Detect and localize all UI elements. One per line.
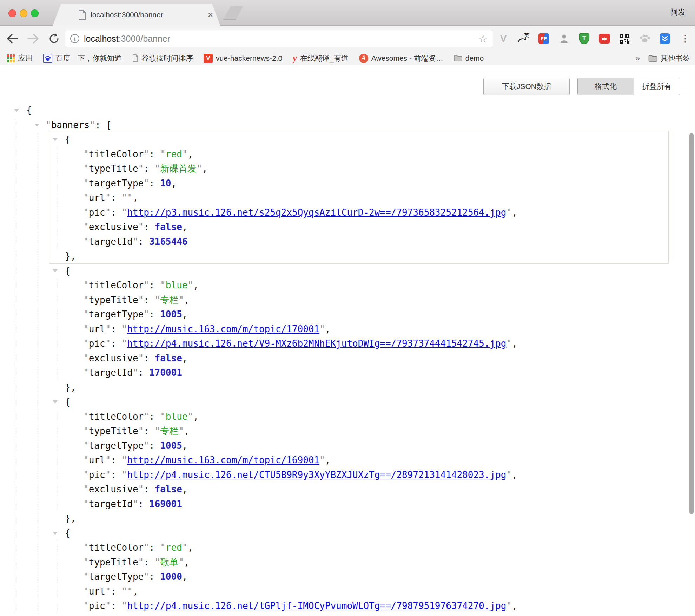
json-property-row: "typeTitle": "专栏", [0,293,695,308]
json-url-link[interactable]: http://music.163.com/m/topic/170001 [127,324,319,334]
json-property-row: "url": "", [0,191,695,205]
bookmark-youdao-translate[interactable]: y 在线翻译_有道 [293,53,349,63]
json-property-row: "targetId": 170001 [0,366,695,380]
fe-extension-icon[interactable]: FE [537,32,551,46]
json-property-row: "exclusive": false, [0,482,695,497]
quote-mark: " [144,440,149,451]
page-info-icon[interactable]: i [70,34,79,43]
quote-mark: " [138,353,144,363]
shield-extension-icon[interactable]: T [577,32,591,46]
download-json-button[interactable]: 下载JSON数据 [483,78,570,95]
quote-mark: " [319,455,325,465]
json-object-open: { [0,264,695,278]
browser-tab[interactable]: localhost:3000/banner × [53,4,220,26]
tab-title: localhost:3000/banner [91,11,196,19]
bookmarks-overflow-icon[interactable]: » [635,53,640,63]
zoom-window-button[interactable] [31,9,39,17]
quote-mark: " [138,163,144,174]
collapse-triangle-icon[interactable] [53,138,58,141]
paw-extension-icon[interactable] [638,32,652,46]
baidu-paw-icon [43,54,52,63]
extension-icons-row: V 英 FE T ▶▶ ⋮ [496,26,692,52]
qr-code-extension-icon[interactable] [617,32,631,46]
json-url-link[interactable]: http://p4.music.126.net/V9-MXz6b2MNhEKju… [127,338,506,349]
json-url-link[interactable]: http://p4.music.126.net/tGPljf-IMOCyPvum… [127,601,506,611]
json-url-link[interactable]: http://p3.music.126.net/s25q2x5QyqsAzilC… [127,207,506,218]
browser-menu-icon[interactable]: ⋮ [678,32,692,46]
close-brace: }, [65,251,76,261]
json-property-row: "targetId": 169001 [0,497,695,512]
comma: , [182,484,188,494]
json-boolean-value: false [155,484,182,494]
open-brace: { [65,528,71,538]
quote-mark: " [83,557,89,568]
collapse-triangle-icon[interactable] [53,269,58,273]
quote-mark: " [506,338,512,349]
json-url-link[interactable]: http://music.163.com/m/topic/169001 [127,455,319,465]
json-key: url [89,455,105,465]
bookmark-star-icon[interactable]: ☆ [478,33,488,45]
bookmark-apps[interactable]: 应用 [7,53,33,63]
vue-devtools-extension-icon[interactable]: V [496,32,510,46]
json-key: banners [51,120,90,130]
sitemap-person-extension-icon[interactable] [557,32,571,46]
other-bookmarks-folder[interactable]: 其他书签 [648,53,690,63]
address-bar[interactable]: i localhost:3000/banner ☆ [65,30,493,47]
json-url-link[interactable]: http://p4.music.126.net/CTU5B9R9y3XyYBZX… [127,470,506,480]
colon: : [149,178,160,189]
close-brace: }, [65,382,76,393]
json-string-value: 新碟首发 [160,163,197,174]
json-string-value: 歌单 [160,557,178,568]
quote-mark: " [155,426,160,436]
bookmark-demo-folder[interactable]: demo [454,54,484,63]
json-key: targetId [89,236,133,247]
translate-extension-icon[interactable]: 英 [517,32,531,46]
json-property-row: "pic": "http://p4.music.126.net/CTU5B9R9… [0,468,695,483]
quote-mark: " [90,120,95,130]
open-brace: { [65,397,71,407]
close-window-button[interactable] [8,9,16,17]
colon: : [111,324,121,334]
quote-mark: " [155,295,160,305]
minimize-window-button[interactable] [20,9,27,17]
tab-close-icon[interactable]: × [208,10,213,19]
collapse-all-button[interactable]: 折叠所有 [634,78,680,95]
json-number-value: 170001 [149,367,182,378]
bookmark-baidu[interactable]: 百度一下，你就知道 [43,53,122,63]
json-property-row: "pic": "http://p3.music.126.net/s25q2x5Q… [0,205,695,220]
collapse-triangle-icon[interactable] [34,124,39,127]
quote-mark: " [182,542,188,553]
collapse-triangle-icon[interactable] [14,109,19,112]
back-button-icon[interactable] [6,33,18,44]
format-button[interactable]: 格式化 [578,78,634,95]
new-tab-button[interactable] [223,6,244,20]
quote-mark: " [187,411,193,422]
comma: , [182,353,188,363]
json-string-value: red [166,542,182,553]
json-property-row: "targetType": 1000, [0,570,695,584]
bookmark-google-sort[interactable]: 谷歌按时间排序 [132,53,193,63]
json-key: typeTitle [89,295,138,305]
quote-mark: " [144,309,149,320]
video-download-extension-icon[interactable]: ▶▶ [597,32,611,46]
quote-mark: " [83,455,89,465]
json-property-row: "titleColor": "red", [0,540,695,555]
reload-button-icon[interactable] [48,33,60,44]
json-number-value: 1000 [160,571,182,582]
quote-mark: " [122,455,127,465]
colon: : [111,338,121,349]
bookmark-vue-hackernews[interactable]: V vue-hackernews-2.0 [204,54,282,63]
colon: : [149,571,160,582]
json-key: titleColor [89,280,144,290]
vertical-scrollbar-thumb[interactable] [689,133,694,514]
quote-mark: " [506,470,512,480]
json-string-value: 专栏 [160,426,178,436]
comma: , [512,601,517,611]
open-brace: { [65,266,71,276]
forward-button-icon[interactable] [27,33,39,44]
collapse-triangle-icon[interactable] [53,532,58,535]
quote-mark: " [155,557,160,568]
collection-extension-icon[interactable] [658,32,672,46]
bookmark-awesomes[interactable]: A Awesomes - 前端资… [359,53,443,63]
collapse-triangle-icon[interactable] [53,400,58,404]
